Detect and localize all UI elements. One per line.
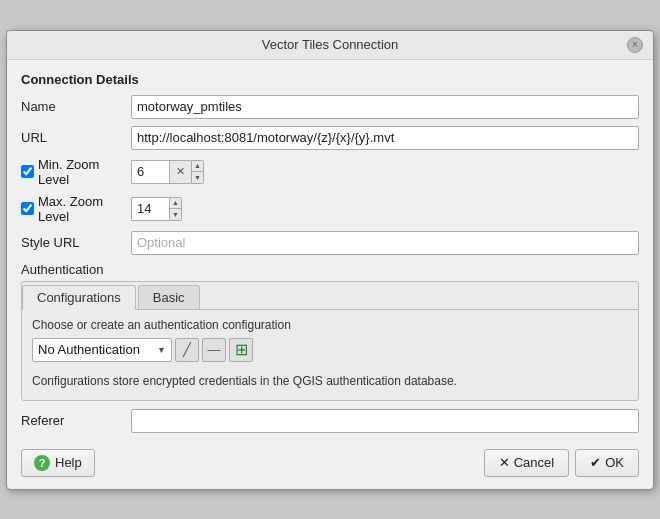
min-zoom-checkbox[interactable] xyxy=(21,165,34,178)
style-url-label: Style URL xyxy=(21,235,131,250)
min-zoom-spinner: ▲ ▼ xyxy=(191,160,204,184)
minus-icon: — xyxy=(208,342,221,357)
auth-tabs: Configurations Basic xyxy=(22,282,638,310)
style-url-row: Style URL xyxy=(21,231,639,255)
help-label: Help xyxy=(55,455,82,470)
min-zoom-row: Min. Zoom Level ✕ ▲ ▼ xyxy=(21,157,639,187)
name-label: Name xyxy=(21,99,131,114)
style-url-input[interactable] xyxy=(131,231,639,255)
auth-dropdown[interactable]: No Authentication ▼ xyxy=(32,338,172,362)
min-zoom-down[interactable]: ▼ xyxy=(192,172,203,183)
auth-section: Configurations Basic Choose or create an… xyxy=(21,281,639,401)
cancel-x-icon: ✕ xyxy=(499,455,510,470)
ok-check-icon: ✔ xyxy=(590,455,601,470)
url-row: URL xyxy=(21,126,639,150)
referer-label: Referer xyxy=(21,413,131,428)
max-zoom-row: Max. Zoom Level ▲ ▼ xyxy=(21,194,639,224)
connection-details-label: Connection Details xyxy=(21,72,639,87)
auth-controls: No Authentication ▼ ╱ — ⊞ xyxy=(32,338,628,362)
ok-button[interactable]: ✔ OK xyxy=(575,449,639,477)
referer-input[interactable] xyxy=(131,409,639,433)
max-zoom-input[interactable] xyxy=(131,197,169,221)
tab-basic[interactable]: Basic xyxy=(138,285,200,309)
chevron-down-icon: ▼ xyxy=(157,345,166,355)
cancel-button[interactable]: ✕ Cancel xyxy=(484,449,569,477)
auth-remove-button[interactable]: — xyxy=(202,338,226,362)
ok-label: OK xyxy=(605,455,624,470)
max-zoom-checkbox[interactable] xyxy=(21,202,34,215)
url-label: URL xyxy=(21,130,131,145)
max-zoom-down[interactable]: ▼ xyxy=(170,209,181,220)
tab-configurations[interactable]: Configurations xyxy=(22,285,136,310)
help-button[interactable]: ? Help xyxy=(21,449,95,477)
min-zoom-up[interactable]: ▲ xyxy=(192,161,203,173)
max-zoom-label: Max. Zoom Level xyxy=(21,194,131,224)
vector-tiles-dialog: Vector Tiles Connection × Connection Det… xyxy=(6,30,654,490)
max-zoom-up[interactable]: ▲ xyxy=(170,198,181,210)
name-row: Name xyxy=(21,95,639,119)
plus-icon: ⊞ xyxy=(235,340,248,359)
min-zoom-input[interactable] xyxy=(131,160,169,184)
footer: ? Help ✕ Cancel ✔ OK xyxy=(21,445,639,479)
dialog-title: Vector Tiles Connection xyxy=(33,37,627,52)
min-zoom-clear[interactable]: ✕ xyxy=(169,160,191,184)
name-input[interactable] xyxy=(131,95,639,119)
url-input[interactable] xyxy=(131,126,639,150)
max-zoom-spinner: ▲ ▼ xyxy=(169,197,182,221)
cancel-label: Cancel xyxy=(514,455,554,470)
close-button[interactable]: × xyxy=(627,37,643,53)
footer-right: ✕ Cancel ✔ OK xyxy=(484,449,639,477)
referer-row: Referer xyxy=(21,409,639,433)
auth-choose-label: Choose or create an authentication confi… xyxy=(32,318,628,332)
auth-info-text: Configurations store encrypted credentia… xyxy=(32,372,628,390)
auth-dropdown-value: No Authentication xyxy=(38,342,140,357)
auth-body: Choose or create an authentication confi… xyxy=(22,310,638,400)
edit-icon: ╱ xyxy=(183,342,191,357)
auth-add-button[interactable]: ⊞ xyxy=(229,338,253,362)
auth-edit-button[interactable]: ╱ xyxy=(175,338,199,362)
min-zoom-label: Min. Zoom Level xyxy=(21,157,131,187)
help-icon: ? xyxy=(34,455,50,471)
authentication-label: Authentication xyxy=(21,262,639,277)
title-bar: Vector Tiles Connection × xyxy=(7,31,653,60)
